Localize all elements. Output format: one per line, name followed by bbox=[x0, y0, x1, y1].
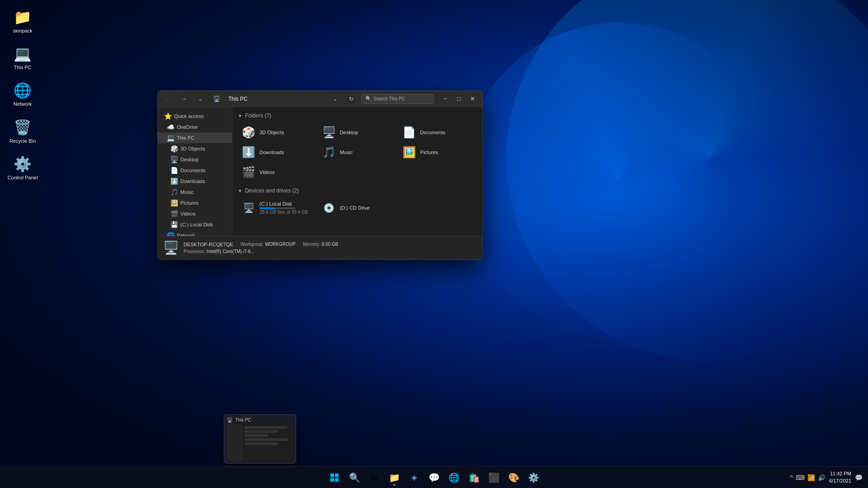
local-disk-sidebar-label: (C:) Local Disk bbox=[180, 222, 213, 227]
forward-button[interactable]: → bbox=[178, 93, 190, 105]
downloads-folder-icon: ⬇️ bbox=[241, 146, 256, 159]
taskbar-preview: 🖥️ This PC bbox=[224, 414, 296, 464]
folder-3d-objects[interactable]: 🎲 3D Objects bbox=[238, 123, 316, 141]
drive-d[interactable]: 💿 (D:) CD Drive bbox=[318, 198, 397, 217]
svg-rect-1 bbox=[335, 474, 339, 477]
network-label: Network bbox=[14, 101, 32, 107]
taskbar: 🔍 ⧉ 📁 ◈ 💬 🌐 🛍️ ⬛ 🎨 ⚙️ ^ ⌨ 📶 🔊 11:42 PM 6… bbox=[0, 466, 868, 488]
refresh-button[interactable]: ↻ bbox=[345, 93, 358, 105]
folder-desktop[interactable]: 🖥️ Desktop bbox=[318, 123, 397, 141]
music-folder-icon: 🎵 bbox=[322, 146, 336, 159]
folder-pictures[interactable]: 🖼️ Pictures bbox=[398, 143, 477, 161]
clock-date: 6/17/2021 bbox=[829, 478, 851, 484]
maximize-button[interactable]: □ bbox=[453, 93, 465, 105]
3d-objects-folder-label: 3D Objects bbox=[259, 130, 284, 135]
desktop-icon-skinpack[interactable]: 📁 skinpack bbox=[5, 5, 41, 38]
chat-button[interactable]: 💬 bbox=[425, 469, 443, 487]
sidebar-item-videos[interactable]: 🎬 Videos bbox=[158, 208, 232, 219]
taskbar-right: ^ ⌨ 📶 🔊 11:42 PM 6/17/2021 💬 bbox=[790, 470, 863, 484]
notification-button[interactable]: 💬 bbox=[855, 474, 863, 481]
skinpack-icon: 📁 bbox=[14, 8, 32, 26]
c-drive-space: 28.8 GB free of 49.4 GB bbox=[259, 210, 308, 215]
documents-folder-label: Documents bbox=[420, 130, 445, 135]
back-button[interactable]: ← bbox=[161, 93, 174, 105]
documents-sidebar-label: Documents bbox=[180, 168, 206, 173]
videos-sidebar-icon: 🎬 bbox=[170, 210, 178, 217]
videos-folder-label: Videos bbox=[259, 169, 274, 175]
sidebar-item-onedrive[interactable]: ☁️ OneDrive bbox=[158, 122, 232, 132]
widget-button[interactable]: ◈ bbox=[405, 469, 423, 487]
sidebar-item-pictures[interactable]: 🖼️ Pictures bbox=[158, 197, 232, 208]
this-pc-label: This PC bbox=[14, 65, 31, 70]
explorer-window: ← → ⌄ 🖥️ This PC ⌄ ↻ 🔍 Search This PC − … bbox=[157, 90, 483, 260]
sidebar-item-quick-access[interactable]: ⭐ Quick access bbox=[158, 111, 232, 122]
folder-music[interactable]: 🎵 Music bbox=[318, 143, 397, 161]
keyboard-icon[interactable]: ⌨ bbox=[796, 474, 805, 481]
paint-button[interactable]: 🎨 bbox=[505, 469, 523, 487]
folder-downloads[interactable]: ⬇️ Downloads bbox=[238, 143, 316, 161]
desktop-icon-control-panel[interactable]: ⚙️ Control Panel bbox=[5, 151, 41, 184]
content-area: ⭐ Quick access ☁️ OneDrive 💻 This PC 🎲 3… bbox=[158, 107, 482, 236]
svg-rect-0 bbox=[330, 474, 334, 477]
start-button[interactable] bbox=[326, 469, 344, 487]
network-tray-icon[interactable]: 📶 bbox=[807, 474, 815, 481]
folder-videos[interactable]: 🎬 Videos bbox=[238, 163, 316, 181]
preview-mini-explorer bbox=[227, 424, 294, 460]
desktop: 📁 skinpack 💻 This PC 🌐 Network 🗑️ Recycl… bbox=[0, 0, 868, 488]
3d-objects-folder-icon: 🎲 bbox=[241, 126, 256, 139]
address-bar-icon: 🖥️ bbox=[210, 93, 223, 105]
search-icon: 🔍 bbox=[365, 96, 372, 102]
window-controls: − □ ✕ bbox=[439, 93, 479, 105]
sidebar-item-local-disk[interactable]: 💾 (C:) Local Disk bbox=[158, 219, 232, 230]
edge-button[interactable]: 🌐 bbox=[445, 469, 463, 487]
desktop-icon-recycle-bin[interactable]: 🗑️ Recycle Bin bbox=[5, 115, 41, 148]
recycle-bin-icon: 🗑️ bbox=[14, 118, 32, 136]
this-pc-sidebar-label: This PC bbox=[177, 135, 194, 141]
tray-chevron[interactable]: ^ bbox=[790, 474, 793, 481]
drive-c[interactable]: 🖥️ (C:) Local Disk 28.8 GB free of 49.4 … bbox=[238, 198, 316, 217]
path-dropdown[interactable]: ⌄ bbox=[329, 93, 341, 105]
preview-thumbnail[interactable] bbox=[227, 424, 294, 460]
folder-documents[interactable]: 📄 Documents bbox=[398, 123, 477, 141]
pictures-sidebar-icon: 🖼️ bbox=[170, 199, 178, 206]
sidebar-item-documents[interactable]: 📄 Documents bbox=[158, 165, 232, 176]
sidebar-item-3d-objects[interactable]: 🎲 3D Objects bbox=[158, 143, 232, 154]
dropdown-button[interactable]: ⌄ bbox=[194, 93, 207, 105]
desktop-icon-network[interactable]: 🌐 Network bbox=[5, 78, 41, 111]
preview-row-5 bbox=[245, 442, 278, 445]
file-explorer-taskbar-button[interactable]: 📁 bbox=[385, 469, 403, 487]
recycle-bin-label: Recycle Bin bbox=[9, 138, 36, 144]
store-button[interactable]: 🛍️ bbox=[465, 469, 483, 487]
minimize-button[interactable]: − bbox=[439, 93, 452, 105]
control-panel-label: Control Panel bbox=[8, 175, 38, 181]
taskbar-clock[interactable]: 11:42 PM 6/17/2021 bbox=[829, 470, 851, 484]
music-sidebar-label: Music bbox=[180, 189, 193, 195]
sidebar: ⭐ Quick access ☁️ OneDrive 💻 This PC 🎲 3… bbox=[158, 107, 232, 236]
videos-folder-icon: 🎬 bbox=[241, 166, 256, 178]
drives-section-header[interactable]: ▼ Devices and drives (2) bbox=[238, 188, 477, 194]
folders-section-header[interactable]: ▼ Folders (7) bbox=[238, 113, 477, 119]
c-drive-details: (C:) Local Disk 28.8 GB free of 49.4 GB bbox=[259, 201, 308, 215]
pictures-sidebar-label: Pictures bbox=[180, 200, 198, 206]
task-view-button[interactable]: ⧉ bbox=[365, 469, 383, 487]
sidebar-item-network[interactable]: 🌐 Network bbox=[158, 230, 232, 236]
office-button[interactable]: ⬛ bbox=[485, 469, 503, 487]
local-disk-sidebar-icon: 💾 bbox=[170, 221, 178, 228]
search-taskbar-button[interactable]: 🔍 bbox=[345, 469, 363, 487]
videos-sidebar-label: Videos bbox=[180, 211, 195, 216]
background-swirl-2 bbox=[461, 23, 778, 339]
d-drive-details: (D:) CD Drive bbox=[340, 205, 370, 211]
desktop-icon-this-pc[interactable]: 💻 This PC bbox=[5, 41, 41, 74]
main-panel: ▼ Folders (7) 🎲 3D Objects 🖥️ Desktop 📄 … bbox=[232, 107, 482, 236]
3d-objects-label: 3D Objects bbox=[180, 146, 205, 151]
search-box[interactable]: 🔍 Search This PC bbox=[361, 94, 434, 104]
preview-title-icon: 🖥️ bbox=[227, 418, 232, 422]
pc-status-icon: 🖥️ bbox=[163, 240, 179, 255]
sidebar-item-downloads[interactable]: ⬇️ Downloads bbox=[158, 176, 232, 187]
sidebar-item-music[interactable]: 🎵 Music bbox=[158, 187, 232, 197]
settings-taskbar-button[interactable]: ⚙️ bbox=[524, 469, 542, 487]
close-button[interactable]: ✕ bbox=[466, 93, 479, 105]
sidebar-item-this-pc[interactable]: 💻 This PC bbox=[158, 132, 232, 143]
sound-icon[interactable]: 🔊 bbox=[818, 474, 826, 481]
sidebar-item-desktop[interactable]: 🖥️ Desktop bbox=[158, 154, 232, 165]
